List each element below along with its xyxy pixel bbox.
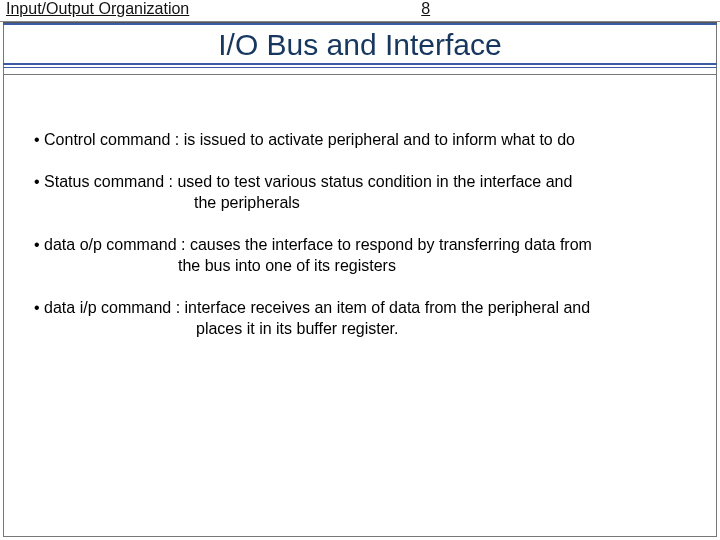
title-band: I/O Bus and Interface — [3, 22, 717, 68]
title-rule-bottom — [3, 63, 717, 68]
title-rule-bottom-thin — [3, 67, 717, 68]
bullet-text: • data i/p command : interface receives … — [34, 299, 590, 316]
slide-title: I/O Bus and Interface — [3, 26, 717, 63]
bullet-control-command: • Control command : is issued to activat… — [34, 130, 692, 150]
bullet-text: • Status command : used to test various … — [34, 173, 572, 190]
slide-page: Input/Output Organization 8 I/O Bus and … — [0, 0, 720, 540]
header-row: Input/Output Organization 8 — [0, 0, 720, 22]
bullet-text: • Control command : is issued to activat… — [34, 131, 575, 148]
bullet-data-input-command: • data i/p command : interface receives … — [34, 298, 692, 339]
bullet-data-output-command: • data o/p command : causes the interfac… — [34, 235, 692, 276]
bullet-text-cont: the peripherals — [44, 193, 692, 213]
chapter-label: Input/Output Organization — [6, 0, 189, 18]
page-number: 8 — [421, 0, 430, 18]
body-content: • Control command : is issued to activat… — [34, 130, 692, 361]
bullet-text-cont: places it in its buffer register. — [44, 319, 692, 339]
bullet-text-cont: the bus into one of its registers — [44, 256, 692, 276]
bullet-status-command: • Status command : used to test various … — [34, 172, 692, 213]
bullet-text: • data o/p command : causes the interfac… — [34, 236, 592, 253]
